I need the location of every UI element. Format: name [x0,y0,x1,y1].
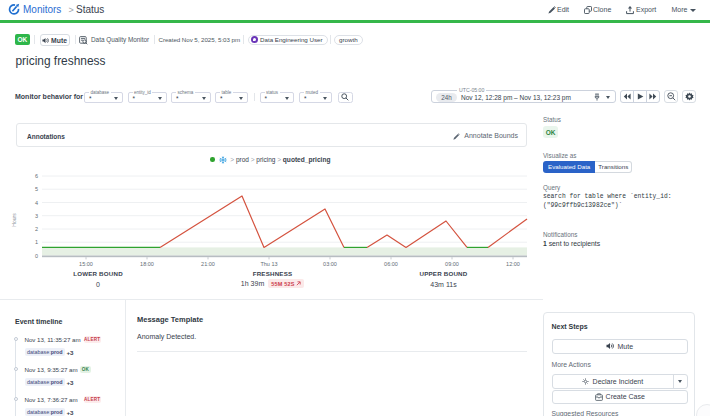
svg-text:09:00: 09:00 [445,261,459,267]
svg-text:2: 2 [35,226,38,232]
svg-text:1: 1 [35,239,38,245]
svg-text:6: 6 [35,173,38,179]
svg-text:Thu 13: Thu 13 [260,261,277,267]
svg-text:0: 0 [35,253,38,259]
svg-text:12:00: 12:00 [506,261,520,267]
svg-text:4: 4 [35,200,38,206]
svg-text:Hours: Hours [11,213,17,227]
svg-text:5: 5 [35,186,38,192]
svg-text:03:00: 03:00 [323,261,337,267]
svg-text:21:00: 21:00 [201,261,215,267]
svg-text:18:00: 18:00 [140,261,154,267]
svg-text:06:00: 06:00 [384,261,398,267]
svg-text:15:00: 15:00 [79,261,93,267]
svg-text:3: 3 [35,213,38,219]
